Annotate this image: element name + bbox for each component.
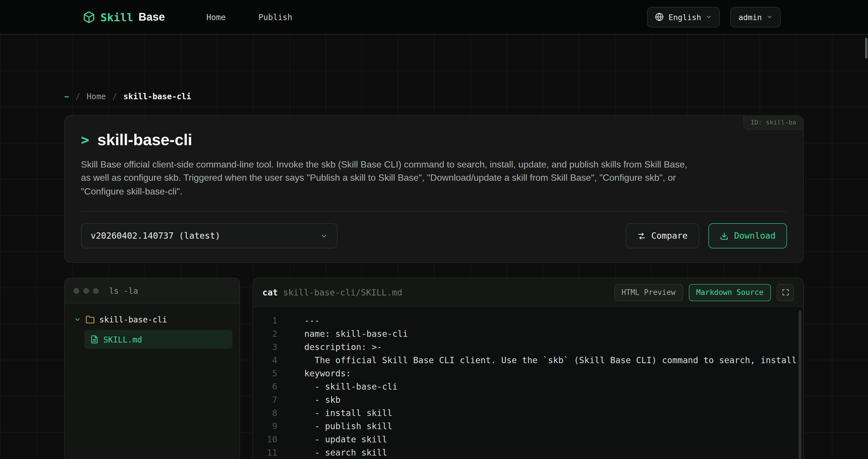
viewer-actions: HTML Preview Markdown Source	[614, 284, 794, 301]
download-button[interactable]: Download	[708, 223, 787, 249]
line-text: - search skill	[304, 447, 387, 459]
folder-icon	[86, 315, 95, 324]
globe-icon	[655, 12, 664, 21]
file-viewer-header: cat skill-base-cli/SKILL.md HTML Preview…	[253, 278, 803, 307]
tab-html-preview[interactable]: HTML Preview	[614, 284, 683, 301]
version-controls: v20260402.140737 (latest) Compare Downl	[81, 223, 787, 249]
file-tree: skill-base-cli SKILL.md	[65, 303, 239, 356]
tab-markdown-source[interactable]: Markdown Source	[689, 284, 771, 301]
line-number: 10	[253, 433, 277, 447]
line-number: 5	[253, 367, 277, 381]
code-line: 1---	[253, 315, 803, 328]
file-label: SKILL.md	[103, 335, 142, 344]
line-text: keywords:	[304, 367, 351, 381]
lower-panels: ls -la skill-base-cli	[64, 278, 804, 459]
user-menu[interactable]: admin	[731, 7, 781, 27]
code-line: 4 The official Skill Base CLI client. Us…	[253, 354, 803, 367]
box-icon	[83, 11, 95, 23]
chevron-down-icon	[74, 316, 81, 323]
line-text: - publish skill	[304, 420, 392, 433]
breadcrumb-separator: /	[75, 92, 81, 101]
viewer-file-path: skill-base-cli/SKILL.md	[283, 287, 402, 297]
code-line: 9 - publish skill	[253, 420, 803, 433]
line-number: 3	[253, 341, 277, 354]
skill-title: skill-base-cli	[97, 131, 192, 149]
expand-icon	[782, 289, 789, 296]
file-explorer-header: ls -la	[65, 278, 239, 303]
code-scrollbar[interactable]	[799, 310, 801, 459]
skill-description: Skill Base official client-side command-…	[81, 158, 695, 198]
version-select[interactable]: v20260402.140737 (latest)	[81, 223, 338, 249]
language-label: English	[669, 12, 701, 22]
nav-link-publish[interactable]: Publish	[258, 12, 292, 22]
line-text: name: skill-base-cli	[304, 328, 408, 341]
user-label: admin	[739, 12, 762, 22]
skill-title-row: > skill-base-cli	[81, 131, 787, 149]
breadcrumb-separator: /	[112, 92, 117, 101]
file-viewer-panel: cat skill-base-cli/SKILL.md HTML Preview…	[253, 278, 804, 459]
window-dot-icon	[73, 288, 79, 293]
download-label: Download	[734, 231, 776, 241]
line-number: 9	[253, 420, 277, 433]
line-text: - skb	[304, 394, 340, 407]
code-line: 10 - update skill	[253, 433, 803, 447]
navbar-right: English admin	[647, 7, 781, 27]
tree-file-skill-md[interactable]: SKILL.md	[84, 330, 232, 349]
breadcrumb-root[interactable]: ~	[64, 92, 69, 101]
download-icon	[720, 231, 728, 240]
file-explorer-panel: ls -la skill-base-cli	[64, 278, 240, 459]
line-number: 7	[253, 394, 277, 407]
skill-id-badge: ID: skill-ba	[743, 116, 803, 130]
prompt-symbol: >	[81, 132, 89, 148]
breadcrumb-home[interactable]: Home	[87, 92, 106, 101]
code-line: 8 - install skill	[253, 407, 803, 420]
page-content: ~ / Home / skill-base-cli ID: skill-ba >…	[0, 34, 868, 459]
line-number: 2	[253, 328, 277, 341]
nav-link-home[interactable]: Home	[206, 12, 226, 22]
version-selected-label: v20260402.140737 (latest)	[91, 231, 220, 241]
chevron-down-icon	[320, 232, 328, 239]
brand-name-rest: Base	[138, 11, 165, 23]
page-scrollbar[interactable]	[865, 38, 867, 59]
code-line: 5keywords:	[253, 367, 803, 381]
window-dot-icon	[93, 288, 99, 293]
brand-home-link[interactable]: Skill Base	[83, 11, 165, 23]
line-number: 8	[253, 407, 277, 420]
code-line: 7 - skb	[253, 394, 803, 407]
explorer-command-label: ls -la	[109, 286, 138, 295]
breadcrumb: ~ / Home / skill-base-cli	[64, 34, 804, 101]
fullscreen-button[interactable]	[777, 284, 794, 301]
card-divider	[81, 211, 787, 212]
top-navbar: Skill Base Home Publish English admin	[0, 0, 868, 34]
line-number: 11	[253, 447, 277, 459]
brand-name-accent: Skill	[100, 11, 133, 23]
line-text: - skill-base-cli	[304, 381, 398, 394]
line-text: ---	[304, 315, 320, 328]
tree-folder-skill-base-cli[interactable]: skill-base-cli	[72, 311, 232, 328]
file-text-icon	[90, 335, 99, 344]
language-selector[interactable]: English	[647, 7, 720, 27]
line-text: - update skill	[304, 433, 387, 447]
compare-label: Compare	[651, 231, 687, 241]
skill-card: ID: skill-ba > skill-base-cli Skill Base…	[64, 115, 804, 263]
app-viewport: Skill Base Home Publish English admin	[0, 0, 868, 459]
line-number: 4	[253, 354, 277, 367]
breadcrumb-current: skill-base-cli	[123, 92, 191, 101]
folder-label: skill-base-cli	[99, 315, 167, 324]
code-line: 2name: skill-base-cli	[253, 328, 803, 341]
line-text: The official Skill Base CLI client. Use …	[304, 354, 803, 367]
code-view: 1--- 2name: skill-base-cli 3description:…	[253, 307, 803, 459]
line-text: description: >-	[304, 341, 382, 354]
nav-links: Home Publish	[206, 12, 292, 22]
code-line: 6 - skill-base-cli	[253, 381, 803, 394]
line-number: 1	[253, 315, 277, 328]
code-line: 3description: >-	[253, 341, 803, 354]
line-number: 6	[253, 381, 277, 394]
chevron-down-icon	[766, 14, 773, 20]
code-line: 11 - search skill	[253, 447, 803, 459]
window-dot-icon	[83, 288, 89, 293]
compare-button[interactable]: Compare	[625, 223, 699, 249]
compare-icon	[637, 231, 646, 240]
viewer-command-label: cat	[262, 287, 278, 297]
chevron-down-icon	[706, 14, 712, 20]
